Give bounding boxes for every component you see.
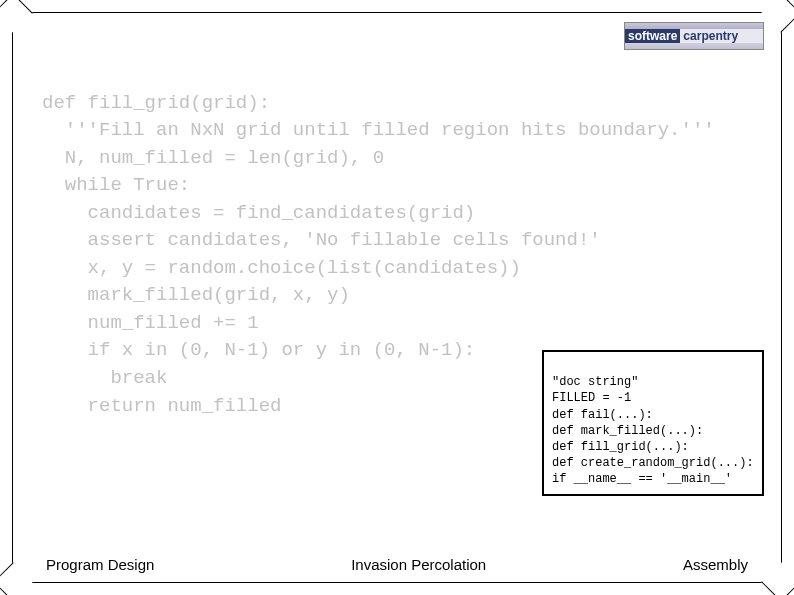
footer: Program Design Invasion Percolation Asse… — [0, 556, 794, 573]
code-line: if x in (0, N-1) or y in (0, N-1): — [42, 339, 475, 361]
module-outline-box: "doc string" FILLED = -1 def fail(...): … — [542, 350, 764, 496]
code-line: num_filled += 1 — [42, 312, 259, 334]
outline-line: def fill_grid(...): — [552, 440, 689, 454]
logo-text: software carpentry — [625, 29, 763, 43]
code-line: assert candidates, 'No fillable cells fo… — [42, 229, 601, 251]
software-carpentry-logo: software carpentry — [624, 22, 764, 50]
logo-bottom-strip — [625, 43, 763, 49]
code-line: while True: — [42, 174, 190, 196]
logo-word-software: software — [625, 29, 680, 43]
code-line: mark_filled(grid, x, y) — [42, 284, 350, 306]
outline-line: def create_random_grid(...): — [552, 456, 754, 470]
outline-line: if __name__ == '__main__' — [552, 472, 732, 486]
outline-line: def fail(...): — [552, 408, 653, 422]
footer-right: Assembly — [683, 556, 748, 573]
code-line: '''Fill an NxN grid until filled region … — [42, 119, 715, 141]
corner-cut-tr — [761, 0, 794, 33]
code-line: x, y = random.choice(list(candidates)) — [42, 257, 521, 279]
outline-line: FILLED = -1 — [552, 391, 631, 405]
logo-word-carpentry: carpentry — [680, 29, 741, 43]
outline-line: "doc string" — [552, 375, 638, 389]
outline-line: def mark_filled(...): — [552, 424, 703, 438]
code-line: def fill_grid(grid): — [42, 92, 270, 114]
code-line: break — [42, 367, 167, 389]
corner-cut-tl — [0, 0, 33, 33]
footer-left: Program Design — [46, 556, 154, 573]
code-line: candidates = find_candidates(grid) — [42, 202, 475, 224]
footer-center: Invasion Percolation — [351, 556, 486, 573]
code-line: return num_filled — [42, 395, 281, 417]
code-line: N, num_filled = len(grid), 0 — [42, 147, 384, 169]
